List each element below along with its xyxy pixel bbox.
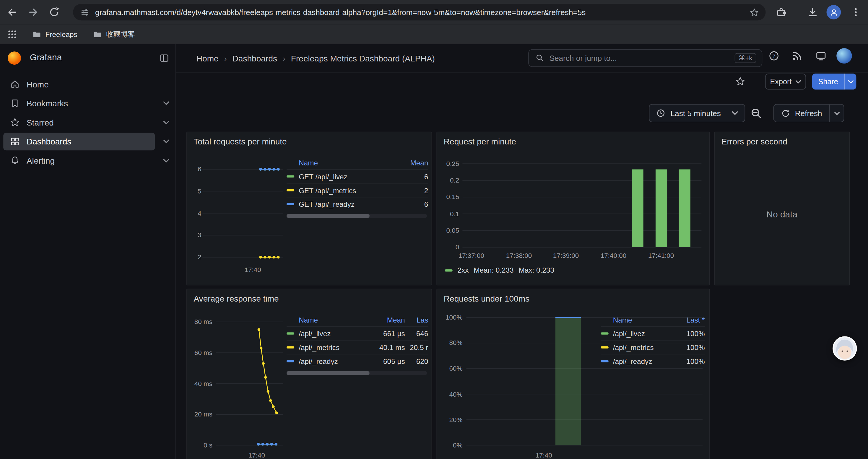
legend-row: /api/_metrics 40.1 ms 20.5 r <box>286 340 428 355</box>
legend-col-name[interactable]: Name <box>613 316 674 324</box>
breadcrumb-home[interactable]: Home <box>196 54 219 63</box>
breadcrumb-dashboards[interactable]: Dashboards <box>232 54 277 63</box>
screen: grafana.mathmast.com/d/deytv4rwavabkb/fr… <box>0 0 868 459</box>
y-tick: 20% <box>439 416 463 424</box>
sidebar-item-bookmarks[interactable]: Bookmarks <box>0 94 176 113</box>
legend-header: Name Mean <box>286 157 428 170</box>
series-name[interactable]: 2xx <box>458 266 469 274</box>
y-tick: 0 s <box>189 441 212 449</box>
series-color-dash <box>286 203 294 205</box>
search-input[interactable] <box>549 54 730 63</box>
x-tick: 17:41:00 <box>644 252 677 259</box>
series-name[interactable]: GET /api/_metrics <box>299 186 356 194</box>
legend-col-mean[interactable]: Mean <box>401 159 428 167</box>
chevron-down-icon[interactable] <box>163 159 169 162</box>
series-name[interactable]: /api/_livez <box>299 329 331 338</box>
share-button[interactable]: Share <box>812 73 844 90</box>
sidebar-item-alerting[interactable]: Alerting <box>0 151 176 170</box>
time-range-picker[interactable]: Last 5 minutes <box>649 104 745 122</box>
legend-col-last[interactable]: Las <box>405 316 428 324</box>
browser-profile-avatar[interactable] <box>827 5 841 20</box>
y-tick: 0.1 <box>439 210 459 218</box>
browser-menu-icon[interactable] <box>850 6 861 18</box>
y-tick: 0.05 <box>439 227 459 234</box>
brand-title: Grafana <box>30 53 62 63</box>
y-tick: 100% <box>439 314 463 321</box>
series-mean: 2 <box>401 186 428 194</box>
share-button-group: Share <box>812 73 857 90</box>
x-tick: 17:37:00 <box>455 252 488 259</box>
forward-icon[interactable] <box>28 6 39 18</box>
legend-row: /api/_readyz 100% <box>601 355 705 368</box>
bookmark-folder-blogs[interactable]: 收藏博客 <box>93 24 135 44</box>
series-name[interactable]: GET /api/_livez <box>299 172 347 181</box>
bell-icon <box>10 156 20 166</box>
chevron-down-icon[interactable] <box>163 101 169 105</box>
legend-col-last[interactable]: Last * <box>674 316 705 324</box>
chevron-down-icon <box>732 111 738 115</box>
chevron-down-icon <box>796 80 801 83</box>
downloads-icon[interactable] <box>807 6 818 18</box>
x-tick: 17:40 <box>240 266 266 274</box>
apps-grid-icon[interactable] <box>6 29 18 40</box>
legend-col-mean[interactable]: Mean <box>365 316 405 324</box>
y-tick: 80 ms <box>189 318 212 326</box>
panel-title[interactable]: Errors per second <box>721 137 787 146</box>
floating-assistant-avatar[interactable] <box>833 336 857 360</box>
series-color-dash <box>445 269 452 271</box>
collapse-sidebar-icon[interactable] <box>159 53 169 63</box>
chevron-down-icon[interactable] <box>163 121 169 124</box>
legend-col-name[interactable]: Name <box>299 316 365 324</box>
series-name[interactable]: /api/_readyz <box>299 357 338 365</box>
series-name[interactable]: /api/_metrics <box>613 343 654 352</box>
y-tick: 0.15 <box>439 193 459 201</box>
url-bar[interactable]: grafana.mathmast.com/d/deytv4rwavabkb/fr… <box>73 4 766 21</box>
back-icon[interactable] <box>6 6 18 18</box>
series-last: 620 <box>405 357 428 365</box>
legend-row: GET /api/_livez 6 <box>286 170 428 184</box>
refresh-button[interactable]: Refresh <box>773 104 830 122</box>
x-tick: 17:38:00 <box>502 252 535 259</box>
zoom-out-time-icon[interactable] <box>750 107 762 119</box>
y-tick: 4 <box>189 210 201 218</box>
site-settings-icon[interactable] <box>80 7 90 17</box>
bookmark-folder-freeleaps[interactable]: Freeleaps <box>32 24 78 44</box>
kiosk-monitor-icon[interactable] <box>815 50 826 61</box>
grafana-logo[interactable] <box>8 52 21 65</box>
series-last: 646 <box>405 329 428 338</box>
series-name[interactable]: /api/_metrics <box>299 343 339 352</box>
series-color-dash <box>286 360 294 362</box>
legend-scrollbar-thumb[interactable] <box>286 371 370 375</box>
share-dropdown-button[interactable] <box>844 73 856 90</box>
news-rss-icon[interactable] <box>792 50 803 61</box>
series-name[interactable]: /api/_readyz <box>613 357 652 365</box>
legend-col-name[interactable]: Name <box>299 159 401 167</box>
home-icon <box>10 79 20 89</box>
series-max-stat: Max: 0.233 <box>519 266 554 274</box>
sidebar-item-starred[interactable]: Starred <box>0 113 176 132</box>
search-shortcut-hint: ⌘+k <box>735 53 756 63</box>
favorite-dashboard-star-icon[interactable] <box>735 76 745 86</box>
help-icon[interactable] <box>769 50 779 61</box>
y-tick: 20 ms <box>189 410 212 418</box>
export-button[interactable]: Export <box>765 73 806 90</box>
series-name[interactable]: /api/_livez <box>613 329 645 338</box>
chevron-down-icon[interactable] <box>163 139 169 143</box>
legend-table: Name Mean GET /api/_livez 6 GET /api/_me… <box>286 157 428 211</box>
legend-header: Name Mean Las <box>286 314 428 327</box>
refresh-interval-dropdown[interactable] <box>830 104 844 122</box>
y-tick: 40 ms <box>189 380 212 388</box>
legend-scrollbar-thumb[interactable] <box>286 214 370 218</box>
bookmark-star-icon[interactable] <box>749 7 759 17</box>
sidebar-item-home[interactable]: Home <box>0 75 176 94</box>
reload-icon[interactable] <box>49 6 60 18</box>
user-avatar[interactable] <box>836 48 852 64</box>
y-tick: 0 <box>439 243 459 251</box>
series-name[interactable]: GET /api/_readyz <box>299 200 354 208</box>
extensions-icon[interactable] <box>776 6 786 18</box>
breadcrumb-current: Freeleaps Metrics Dashboard (ALPHA) <box>291 54 435 63</box>
url-text[interactable]: grafana.mathmast.com/d/deytv4rwavabkb/fr… <box>95 8 744 17</box>
sidebar-item-dashboards[interactable]: Dashboards <box>0 132 176 151</box>
search-bar[interactable]: ⌘+k <box>528 49 762 67</box>
breadcrumb-separator <box>283 54 285 63</box>
